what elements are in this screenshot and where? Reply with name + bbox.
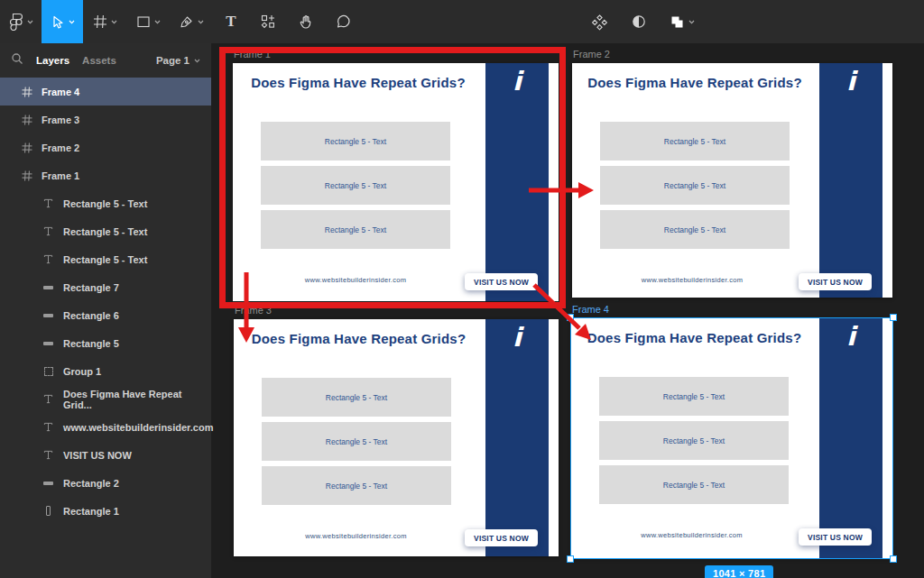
create-component-button[interactable] <box>583 0 615 43</box>
selection-handle[interactable] <box>567 314 574 321</box>
rectangle-layer-icon <box>42 342 55 345</box>
layer-row-rectangle-5[interactable]: Rectangle 5 <box>0 329 211 357</box>
layer-name: Frame 1 <box>42 170 79 181</box>
canvas[interactable]: Frame 1 i Does Figma Have Repeat Grids? … <box>211 43 924 578</box>
page-selector[interactable]: Page 1 <box>156 55 200 66</box>
chevron-down-icon <box>194 59 200 63</box>
design-card: i Does Figma Have Repeat Grids? Rectangl… <box>572 63 892 298</box>
layer-row-website-text[interactable]: www.websitebuilderinsider.com <box>0 413 211 441</box>
layer-name: Rectangle 5 - Text <box>63 254 147 265</box>
tab-assets[interactable]: Assets <box>82 55 116 66</box>
layer-name: Rectangle 2 <box>63 478 119 489</box>
frame-tool-button[interactable] <box>83 0 126 43</box>
layer-row-frame-1[interactable]: Frame 1 <box>0 161 211 189</box>
layer-row-text[interactable]: Rectangle 5 - Text <box>0 189 211 217</box>
shape-tool-button[interactable] <box>126 0 170 43</box>
panel-header: Layers Assets Page 1 <box>0 43 211 78</box>
text-tool-icon: T <box>226 13 236 31</box>
pen-tool-button[interactable] <box>170 0 213 43</box>
layer-name: Rectangle 7 <box>63 282 119 293</box>
main-menu-button[interactable] <box>0 0 42 43</box>
frame-layer-icon <box>20 170 33 181</box>
group-layer-icon <box>42 367 55 376</box>
design-rectangle-row: Rectangle 5 - Text <box>262 422 451 461</box>
frame-label[interactable]: Frame 3 <box>235 305 272 316</box>
layer-name: Frame 2 <box>42 142 79 153</box>
canvas-frame-4[interactable]: Frame 4 i Does Figma Have Repeat Grids? … <box>571 318 892 558</box>
design-rectangle-row: Rectangle 5 - Text <box>599 465 789 504</box>
design-rectangle-row: Rectangle 5 - Text <box>262 466 451 505</box>
resources-tool-button[interactable] <box>249 0 287 43</box>
layer-row-frame-3[interactable]: Frame 3 <box>0 106 211 133</box>
chevron-down-icon <box>111 20 117 24</box>
selection-size-tooltip: 1041 × 781 <box>705 565 773 578</box>
layer-name: Group 1 <box>63 366 101 377</box>
layer-row-rectangle-1[interactable]: Rectangle 1 <box>0 497 211 525</box>
text-layer-icon <box>42 450 55 460</box>
design-rectangle-row: Rectangle 5 - Text <box>261 166 450 205</box>
selection-handle[interactable] <box>890 555 897 563</box>
search-icon[interactable] <box>11 52 23 69</box>
design-card: i Does Figma Have Repeat Grids? Rectangl… <box>234 319 559 556</box>
brand-logo: i <box>513 325 522 351</box>
design-side-panel: i <box>819 63 882 298</box>
design-rectangle-row: Rectangle 5 - Text <box>599 421 789 460</box>
tab-layers[interactable]: Layers <box>36 55 69 66</box>
design-title: Does Figma Have Repeat Grids? <box>578 75 812 90</box>
frame-label[interactable]: Frame 2 <box>573 49 610 60</box>
boolean-groups-button[interactable] <box>662 0 702 43</box>
brand-logo: i <box>846 69 855 95</box>
design-card: i Does Figma Have Repeat Grids? Rectangl… <box>571 318 892 558</box>
chevron-down-icon <box>688 20 695 24</box>
visit-us-now-button[interactable]: VISIT US NOW <box>799 528 872 546</box>
canvas-frame-3[interactable]: Frame 3 i Does Figma Have Repeat Grids? … <box>234 319 559 556</box>
layer-row-frame-4[interactable]: Frame 4 <box>0 78 211 106</box>
layer-row-text[interactable]: Rectangle 5 - Text <box>0 217 211 245</box>
resources-icon <box>260 14 276 30</box>
top-toolbar: T <box>0 0 924 43</box>
layer-row-rectangle-2[interactable]: Rectangle 2 <box>0 469 211 497</box>
text-layer-icon <box>42 254 55 264</box>
layer-name: Frame 4 <box>42 87 79 97</box>
text-tool-button[interactable]: T <box>213 0 249 43</box>
comment-icon <box>336 14 352 30</box>
comment-tool-button[interactable] <box>325 0 363 43</box>
layer-row-visit-us-now[interactable]: VISIT US NOW <box>0 441 211 469</box>
mask-button[interactable] <box>623 0 655 43</box>
layer-name: Rectangle 1 <box>63 506 119 517</box>
selection-handle[interactable] <box>567 555 574 563</box>
visit-us-now-button[interactable]: VISIT US NOW <box>465 273 538 290</box>
layer-row-title-text[interactable]: Does Figma Have Repeat Grid... <box>0 385 211 413</box>
hand-icon <box>298 14 314 30</box>
design-side-panel: i <box>485 63 549 301</box>
layer-name: Rectangle 6 <box>63 310 119 321</box>
layer-row-group-1[interactable]: Group 1 <box>0 357 211 385</box>
design-title: Does Figma Have Repeat Grids? <box>239 331 478 346</box>
frame-label[interactable]: Frame 4 <box>572 304 609 315</box>
visit-us-now-button[interactable]: VISIT US NOW <box>799 273 872 290</box>
chevron-down-icon <box>69 20 75 24</box>
design-rectangle-row: Rectangle 5 - Text <box>599 377 789 416</box>
move-tool-button[interactable] <box>42 0 83 43</box>
layer-name: Rectangle 5 - Text <box>63 198 147 209</box>
layer-row-text[interactable]: Rectangle 5 - Text <box>0 245 211 273</box>
visit-us-now-button[interactable]: VISIT US NOW <box>465 529 538 546</box>
frame-layer-icon <box>20 115 33 125</box>
mask-icon <box>631 14 647 30</box>
layer-row-frame-2[interactable]: Frame 2 <box>0 133 211 161</box>
design-rectangle-row: Rectangle 5 - Text <box>600 122 790 161</box>
frame-label[interactable]: Frame 1 <box>234 49 271 60</box>
hand-tool-button[interactable] <box>287 0 325 43</box>
toolbar-right-group <box>583 0 702 43</box>
layer-row-rectangle-6[interactable]: Rectangle 6 <box>0 301 211 329</box>
layer-name: Rectangle 5 - Text <box>63 226 147 237</box>
layer-row-rectangle-7[interactable]: Rectangle 7 <box>0 273 211 301</box>
canvas-frame-1[interactable]: Frame 1 i Does Figma Have Repeat Grids? … <box>233 63 559 301</box>
canvas-frame-2[interactable]: Frame 2 i Does Figma Have Repeat Grids? … <box>572 63 892 298</box>
rectangle-vertical-layer-icon <box>42 506 55 516</box>
chevron-down-icon <box>198 20 204 24</box>
selection-handle[interactable] <box>890 314 897 321</box>
design-rectangle-row: Rectangle 5 - Text <box>261 210 450 249</box>
text-layer-icon <box>42 198 55 208</box>
component-icon <box>591 14 608 31</box>
